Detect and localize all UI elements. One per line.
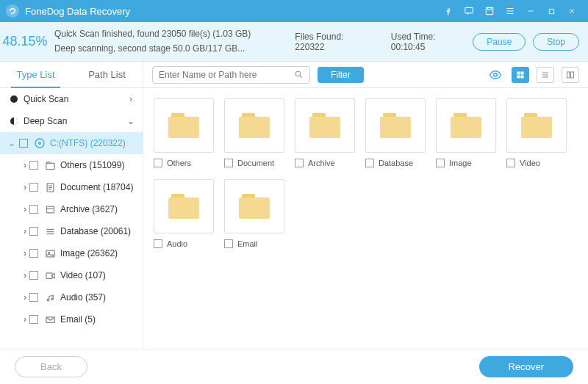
svg-rect-19 bbox=[517, 75, 520, 78]
checkbox[interactable] bbox=[365, 159, 374, 167]
folder-thumb bbox=[436, 98, 496, 153]
feedback-icon[interactable] bbox=[459, 0, 479, 22]
checkbox[interactable] bbox=[29, 227, 38, 236]
checkbox[interactable] bbox=[29, 315, 38, 324]
tree-item[interactable]: ›Video (107) bbox=[0, 264, 143, 286]
grid-item[interactable]: Image bbox=[436, 98, 496, 169]
checkbox[interactable] bbox=[154, 239, 162, 248]
grid-item-label: Video bbox=[520, 159, 540, 167]
image-icon bbox=[44, 247, 56, 259]
checkbox[interactable] bbox=[29, 161, 38, 170]
status-bar: 48.15% Quick Scan finished, found 23050 … bbox=[0, 22, 588, 62]
tree-item-label: Video (107) bbox=[60, 270, 135, 280]
folder-icon bbox=[451, 113, 481, 138]
svg-rect-18 bbox=[521, 71, 524, 74]
folder-icon bbox=[521, 113, 552, 138]
checkbox[interactable] bbox=[224, 239, 233, 248]
checkbox[interactable] bbox=[29, 205, 38, 214]
svg-point-12 bbox=[47, 299, 49, 301]
tab-path-list[interactable]: Path List bbox=[71, 62, 143, 87]
pause-button[interactable]: Pause bbox=[473, 33, 526, 51]
tree-item[interactable]: ›Audio (357) bbox=[0, 286, 143, 308]
db-icon bbox=[44, 225, 56, 237]
recover-button[interactable]: Recover bbox=[479, 356, 573, 377]
tree-drive[interactable]: ⌄ C:(NTFS) (220322) bbox=[0, 132, 143, 154]
grid-item-label: Database bbox=[379, 159, 413, 167]
tree-quick-scan[interactable]: Quick Scan › bbox=[0, 88, 143, 110]
title-bar: FoneDog Data Recovery bbox=[0, 0, 588, 22]
svg-point-16 bbox=[494, 73, 498, 76]
svg-rect-2 bbox=[488, 7, 492, 10]
tree-item[interactable]: ›Email (5) bbox=[0, 308, 143, 330]
tree-item-label: Image (26362) bbox=[60, 248, 135, 258]
minimize-icon[interactable] bbox=[520, 0, 541, 22]
folder-thumb bbox=[224, 179, 284, 233]
grid-item[interactable]: Others bbox=[154, 98, 214, 169]
checkbox[interactable] bbox=[29, 249, 38, 258]
preview-icon[interactable] bbox=[487, 68, 504, 81]
svg-rect-6 bbox=[46, 163, 54, 169]
video-icon bbox=[44, 269, 56, 281]
search-input[interactable] bbox=[159, 70, 294, 80]
view-detail-button[interactable] bbox=[562, 67, 579, 83]
chevron-right-icon: › bbox=[21, 160, 29, 170]
chevron-down-icon: ⌄ bbox=[126, 116, 135, 126]
checkbox[interactable] bbox=[295, 159, 304, 167]
checkbox[interactable] bbox=[29, 183, 38, 192]
tree-item-label: Database (20061) bbox=[60, 226, 135, 236]
save-icon[interactable] bbox=[479, 0, 500, 22]
back-button[interactable]: Back bbox=[15, 356, 87, 377]
tree-item[interactable]: ›Database (20061) bbox=[0, 220, 143, 242]
svg-rect-21 bbox=[567, 72, 570, 78]
menu-icon[interactable] bbox=[500, 0, 520, 22]
grid-item-label: Audio bbox=[167, 239, 187, 248]
svg-rect-0 bbox=[465, 7, 473, 13]
tree-item[interactable]: ›Document (18704) bbox=[0, 176, 143, 198]
grid-item[interactable]: Audio bbox=[154, 179, 214, 250]
grid-item[interactable]: Video bbox=[506, 98, 567, 169]
stop-button[interactable]: Stop bbox=[533, 33, 579, 51]
checkbox[interactable] bbox=[154, 159, 162, 167]
bullet-icon bbox=[10, 95, 18, 103]
folder-icon bbox=[168, 113, 199, 138]
tree-item[interactable]: ›Archive (3627) bbox=[0, 198, 143, 220]
tree-item-label: Others (151099) bbox=[60, 160, 135, 170]
tab-type-list[interactable]: Type List bbox=[0, 62, 71, 87]
tree-item[interactable]: ›Image (26362) bbox=[0, 242, 143, 264]
facebook-icon[interactable] bbox=[438, 0, 459, 22]
checkbox[interactable] bbox=[436, 159, 445, 167]
chevron-right-icon: › bbox=[21, 292, 29, 303]
folder-icon bbox=[168, 194, 199, 219]
tree-item[interactable]: ›Others (151099) bbox=[0, 154, 143, 176]
folder-thumb bbox=[154, 179, 214, 233]
svg-rect-9 bbox=[46, 250, 54, 257]
folder-icon bbox=[239, 194, 270, 219]
view-list-button[interactable] bbox=[537, 67, 554, 83]
svg-rect-1 bbox=[486, 7, 492, 14]
checkbox[interactable] bbox=[29, 293, 38, 302]
sidebar: Type List Path List Quick Scan › Deep Sc… bbox=[0, 62, 143, 349]
checkbox[interactable] bbox=[506, 159, 515, 167]
checkbox[interactable] bbox=[224, 159, 233, 167]
maximize-icon[interactable] bbox=[541, 0, 562, 22]
app-logo bbox=[6, 4, 19, 18]
status-line2: Deep scanning, second stage 50.0 GB/117 … bbox=[54, 42, 251, 56]
doc-icon bbox=[44, 181, 56, 193]
checkbox[interactable] bbox=[19, 139, 28, 148]
close-icon[interactable] bbox=[562, 0, 582, 22]
grid-item[interactable]: Archive bbox=[295, 98, 355, 169]
chevron-right-icon: › bbox=[126, 94, 135, 104]
checkbox[interactable] bbox=[29, 271, 38, 280]
grid-item[interactable]: Database bbox=[365, 98, 426, 169]
files-found-value: 220322 bbox=[295, 42, 324, 52]
chevron-right-icon: › bbox=[21, 204, 29, 214]
view-grid-button[interactable] bbox=[512, 67, 529, 83]
folder-icon bbox=[44, 159, 56, 171]
search-box[interactable] bbox=[152, 66, 310, 84]
grid-item[interactable]: Document bbox=[224, 98, 284, 169]
grid-item[interactable]: Email bbox=[224, 179, 284, 250]
tree-deep-scan[interactable]: Deep Scan ⌄ bbox=[0, 110, 143, 132]
filter-button[interactable]: Filter bbox=[318, 67, 364, 83]
scan-percent: 48.15% bbox=[0, 34, 50, 49]
svg-rect-3 bbox=[549, 9, 553, 13]
